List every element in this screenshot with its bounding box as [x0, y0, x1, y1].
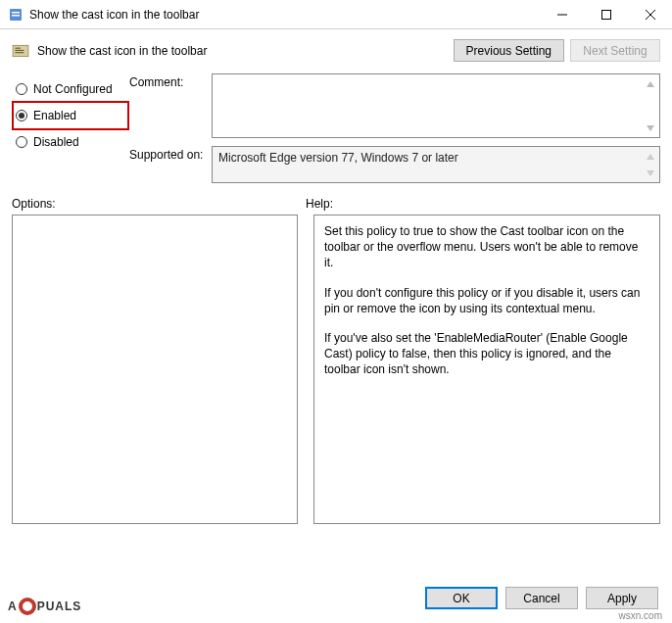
policy-icon — [12, 42, 29, 60]
options-label: Options: — [12, 197, 306, 211]
svg-rect-4 — [601, 10, 610, 19]
next-setting-label: Next Setting — [583, 44, 647, 58]
apply-label: Apply — [607, 592, 637, 605]
supported-textbox: Microsoft Edge version 77, Windows 7 or … — [212, 146, 660, 183]
radio-enabled[interactable]: Enabled — [12, 101, 129, 130]
help-paragraph: Set this policy to true to show the Cast… — [324, 223, 649, 271]
watermark-site: wsxn.com — [619, 610, 662, 621]
ok-label: OK — [453, 592, 469, 605]
watermark-text: PUALS — [37, 599, 82, 613]
radio-label: Not Configured — [33, 82, 113, 96]
scroll-down-icon[interactable] — [643, 120, 657, 135]
supported-label: Supported on: — [129, 146, 212, 162]
titlebar: Show the cast icon in the toolbar — [0, 0, 672, 29]
scroll-up-icon — [643, 149, 657, 164]
svg-rect-1 — [12, 12, 20, 14]
cancel-label: Cancel — [523, 592, 559, 605]
help-pane: Set this policy to true to show the Cast… — [313, 215, 660, 524]
radio-not-configured[interactable]: Not Configured — [12, 77, 129, 101]
svg-rect-9 — [15, 49, 24, 50]
help-label: Help: — [306, 197, 333, 211]
svg-rect-2 — [12, 15, 20, 17]
scroll-up-icon[interactable] — [643, 76, 657, 91]
supported-field: Supported on: Microsoft Edge version 77,… — [129, 146, 660, 183]
radio-label: Enabled — [33, 109, 76, 122]
lower-labels: Options: Help: — [0, 183, 672, 215]
help-paragraph: If you don't configure this policy or if… — [324, 285, 649, 316]
lower-panes: Set this policy to true to show the Cast… — [0, 215, 672, 524]
cancel-button[interactable]: Cancel — [505, 587, 578, 609]
watermark-ring-icon — [19, 598, 36, 615]
watermark-logo: A PUALS — [8, 598, 81, 615]
policy-icon — [8, 7, 24, 23]
next-setting-button: Next Setting — [570, 39, 660, 62]
previous-setting-button[interactable]: Previous Setting — [454, 39, 564, 62]
comment-textbox[interactable] — [212, 73, 660, 138]
apply-button[interactable]: Apply — [586, 587, 658, 609]
help-paragraph: If you've also set the 'EnableMediaRoute… — [324, 330, 649, 378]
window-controls — [540, 0, 672, 28]
config-row: Not Configured Enabled Disabled Comment:… — [0, 68, 672, 183]
svg-rect-10 — [15, 52, 24, 53]
page-title: Show the cast icon in the toolbar — [37, 44, 454, 58]
minimize-button[interactable] — [540, 0, 584, 28]
options-pane — [12, 215, 298, 524]
radio-disabled[interactable]: Disabled — [12, 130, 129, 154]
radio-group: Not Configured Enabled Disabled — [12, 73, 129, 183]
right-column: Comment: Supported on: Microsoft Edge ve… — [129, 73, 660, 183]
scroll-down-icon — [643, 166, 657, 180]
bottom-bar: OK Cancel Apply — [0, 577, 672, 623]
radio-icon — [16, 136, 27, 148]
svg-rect-8 — [15, 47, 21, 48]
supported-value: Microsoft Edge version 77, Windows 7 or … — [218, 151, 458, 165]
radio-label: Disabled — [33, 135, 79, 149]
previous-setting-label: Previous Setting — [466, 44, 552, 58]
window-title: Show the cast icon in the toolbar — [29, 8, 540, 22]
watermark-text: A — [8, 599, 18, 613]
comment-field: Comment: — [129, 73, 660, 138]
ok-button[interactable]: OK — [425, 587, 498, 609]
maximize-button[interactable] — [584, 0, 628, 28]
close-button[interactable] — [628, 0, 672, 28]
comment-label: Comment: — [129, 73, 212, 89]
header-row: Show the cast icon in the toolbar Previo… — [0, 29, 672, 68]
radio-icon — [16, 83, 27, 95]
radio-icon — [16, 110, 27, 121]
